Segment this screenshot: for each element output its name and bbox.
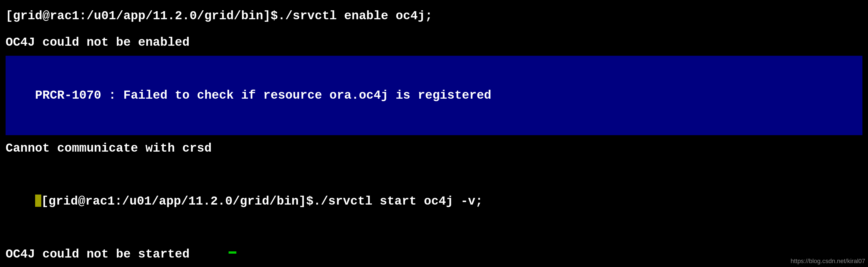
watermark: https://blog.csdn.net/kiral07 <box>790 258 865 265</box>
terminal-line-2: OC4J could not be enabled <box>6 29 862 56</box>
line5-text: [grid@rac1:/u01/app/11.2.0/grid/bin]$./s… <box>41 194 483 208</box>
terminal-line-5: [grid@rac1:/u01/app/11.2.0/grid/bin]$./s… <box>6 161 862 241</box>
terminal-window: [grid@rac1:/u01/app/11.2.0/grid/bin]$./s… <box>0 0 868 267</box>
terminal-line-4: Cannot communicate with crsd <box>6 135 862 161</box>
terminal-line-3: PRCR-1070 : Failed to check if resource … <box>6 56 862 135</box>
terminal-line-6: OC4J could not be started <box>6 241 862 267</box>
highlighted-text: PRCR-1070 : Failed to check if resource … <box>35 88 491 102</box>
green-cursor <box>228 251 236 254</box>
cursor-box <box>35 195 41 207</box>
terminal-line-1: [grid@rac1:/u01/app/11.2.0/grid/bin]$./s… <box>6 3 862 29</box>
